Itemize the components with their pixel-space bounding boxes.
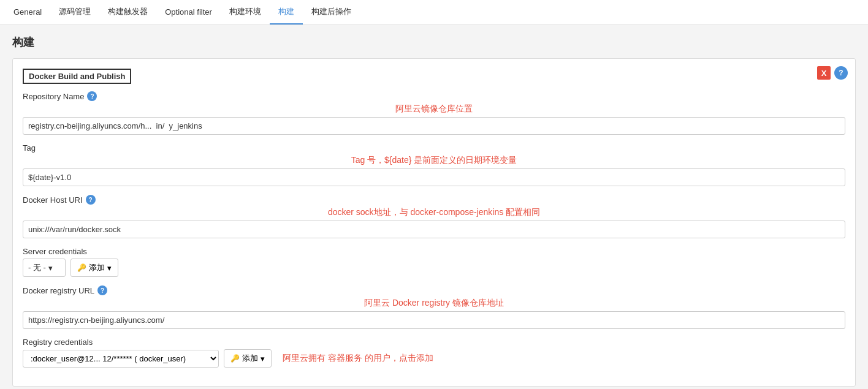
registry-key-icon: 🔑 bbox=[230, 354, 240, 363]
docker-host-label: Docker Host URI ? bbox=[23, 195, 845, 205]
tab-optional-filter[interactable]: Optional filter bbox=[156, 1, 221, 24]
docker-registry-group: Docker registry URL ? 阿里云 Docker registr… bbox=[23, 285, 845, 329]
docker-host-help-icon[interactable]: ? bbox=[86, 195, 96, 205]
repository-name-group: Repository Name ? 阿里云镜像仓库位置 bbox=[23, 91, 845, 135]
tag-label: Tag bbox=[23, 143, 845, 153]
tab-source-management[interactable]: 源码管理 bbox=[50, 0, 99, 25]
docker-registry-label: Docker registry URL ? bbox=[23, 285, 845, 295]
card-help-button[interactable]: ? bbox=[834, 66, 848, 80]
registry-annotation: 阿里云拥有 容器服务 的用户，点击添加 bbox=[283, 353, 433, 364]
tab-general[interactable]: General bbox=[5, 1, 50, 24]
tab-build-env[interactable]: 构建环境 bbox=[221, 0, 270, 25]
server-credentials-row: - 无 - ▾ 🔑 添加 ▾ bbox=[23, 259, 845, 277]
repository-name-label: Repository Name ? bbox=[23, 91, 845, 101]
tab-post-build[interactable]: 构建后操作 bbox=[303, 0, 360, 25]
registry-credentials-row: :docker_user@12... 12/****** ( docker_us… bbox=[23, 349, 845, 368]
tag-annotation: Tag 号，${date} 是前面定义的日期环境变量 bbox=[23, 155, 845, 166]
registry-add-chevron-icon: ▾ bbox=[261, 354, 265, 363]
repository-annotation: 阿里云镜像仓库位置 bbox=[23, 104, 845, 115]
docker-build-card: Docker Build and Publish X ? Repository … bbox=[12, 58, 856, 387]
chevron-down-icon: ▾ bbox=[48, 263, 53, 273]
tab-build-triggers[interactable]: 构建触发器 bbox=[99, 0, 156, 25]
plugin-label: Docker Build and Publish bbox=[23, 69, 131, 84]
registry-credentials-label: Registry credentials bbox=[23, 338, 845, 347]
tab-build[interactable]: 构建 bbox=[270, 0, 303, 25]
card-header: Docker Build and Publish bbox=[23, 69, 845, 84]
docker-registry-input[interactable] bbox=[23, 311, 845, 329]
add-chevron-icon: ▾ bbox=[107, 263, 112, 273]
repository-name-help-icon[interactable]: ? bbox=[87, 91, 97, 101]
page-body: 构建 Docker Build and Publish X ? Reposito… bbox=[0, 25, 868, 389]
registry-add-button[interactable]: 🔑 添加 ▾ bbox=[224, 349, 272, 368]
tag-group: Tag Tag 号，${date} 是前面定义的日期环境变量 bbox=[23, 143, 845, 186]
repository-name-input[interactable] bbox=[23, 117, 845, 135]
page-title: 构建 bbox=[12, 35, 856, 50]
docker-host-annotation: docker sock地址，与 docker-compose-jenkins 配… bbox=[23, 207, 845, 218]
card-close-button[interactable]: X bbox=[817, 66, 831, 80]
docker-host-group: Docker Host URI ? docker sock地址，与 docker… bbox=[23, 195, 845, 238]
tabs-bar: General 源码管理 构建触发器 Optional filter 构建环境 … bbox=[0, 0, 868, 25]
server-credentials-select[interactable]: - 无 - ▾ bbox=[23, 259, 66, 277]
registry-credentials-group: Registry credentials :docker_user@12... … bbox=[23, 338, 845, 368]
registry-credentials-select[interactable]: :docker_user@12... 12/****** ( docker_us… bbox=[23, 350, 219, 368]
docker-registry-help-icon[interactable]: ? bbox=[97, 285, 107, 295]
server-credentials-group: Server credentials - 无 - ▾ 🔑 添加 ▾ bbox=[23, 247, 845, 277]
docker-registry-annotation: 阿里云 Docker registry 镜像仓库地址 bbox=[23, 298, 845, 309]
server-credentials-label: Server credentials bbox=[23, 247, 845, 256]
server-add-button[interactable]: 🔑 添加 ▾ bbox=[70, 259, 118, 277]
key-icon: 🔑 bbox=[77, 263, 86, 272]
docker-host-input[interactable] bbox=[23, 221, 845, 238]
tag-input[interactable] bbox=[23, 168, 845, 186]
